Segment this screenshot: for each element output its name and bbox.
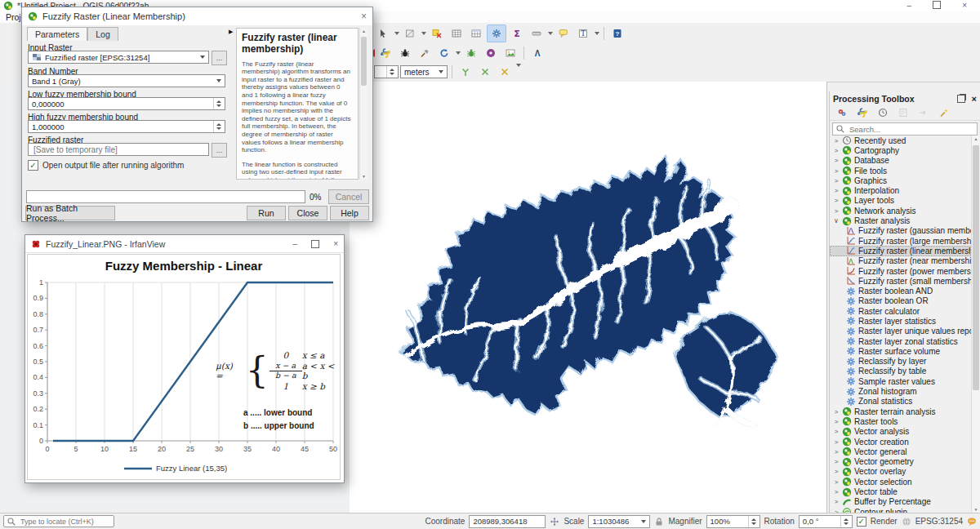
output-file-input[interactable] [32,144,205,155]
output-file-field[interactable] [28,143,209,156]
chevron-down-icon[interactable]: ∨ [833,217,840,224]
chevron-right-icon[interactable]: > [833,448,840,456]
toolbox-history-button[interactable] [874,104,892,121]
toolbox-scrollbar[interactable]: ▲ ▼ [971,136,980,513]
deselect-features-button[interactable] [428,25,446,42]
toolbox-item-reclassify-by-layer[interactable]: Reclassify by layer [830,357,971,367]
plugin-disc-button[interactable] [482,45,500,61]
toolbox-item-raster-boolean-or[interactable]: Raster boolean OR [830,296,971,306]
close-icon[interactable]: × [962,1,967,10]
toolbox-item-file-tools[interactable]: >File tools [830,166,971,176]
toolbox-item-cartography[interactable]: >Cartography [830,145,971,155]
chevron-right-icon[interactable]: > [833,207,840,215]
chevron-right-icon[interactable]: > [833,167,840,175]
toolbox-item-raster-calculator[interactable]: Raster calculator [830,306,971,316]
close-panel-icon[interactable]: × [972,94,977,104]
irfanview-titlebar[interactable]: Fuzzify_Linear.PNG - IrfanView – × [25,235,344,253]
toolbox-item-vector-creation[interactable]: >Vector creation [830,437,971,447]
measure-button[interactable] [528,25,546,42]
refresh-plugin-button-dropdown-icon[interactable] [456,51,461,55]
dialog-close-icon[interactable]: × [361,11,367,22]
toolbox-item-raster-layer-statistics[interactable]: Raster layer statistics [830,316,971,326]
magnifier-spinbox[interactable]: 100% [706,515,760,528]
toolbox-python-button[interactable] [853,104,871,121]
toolbox-item-reclassify-by-table[interactable]: Reclassify by table [830,367,971,376]
help-collapse-icon[interactable]: ▶ [229,29,233,35]
toolbox-item-raster-boolean-and[interactable]: Raster boolean AND [830,286,971,296]
iv-minimize-icon[interactable]: – [293,239,298,248]
chevron-right-icon[interactable]: > [833,488,840,496]
epsg-label[interactable]: EPSG:31254 [915,517,963,526]
toolbox-item-vector-geometry[interactable]: >Vector geometry [830,457,971,467]
chevron-right-icon[interactable]: > [833,418,840,425]
toolbox-item-interpolation[interactable]: >Interpolation [830,185,971,195]
chevron-right-icon[interactable]: > [833,197,840,204]
toolbox-item-vector-analysis[interactable]: >Vector analysis [830,427,971,437]
attribute-form-button[interactable] [467,25,485,42]
text-annotation-button-dropdown-icon[interactable] [595,32,599,35]
chevron-right-icon[interactable]: > [833,498,840,505]
vertex-tool-y-button[interactable] [457,64,474,80]
toolbox-item-raster-layer-zonal-statistics[interactable]: Raster layer zonal statistics [830,336,971,346]
plugin-bug-button[interactable] [396,45,414,61]
toolbox-edit-button[interactable] [935,104,953,121]
open-output-row[interactable]: ✓ Open output file after running algorit… [28,160,184,171]
toolbox-item-vector-selection[interactable]: >Vector selection [830,477,971,487]
rotation-spinbox[interactable]: 0,0 ° [799,515,853,528]
input-raster-browse-button[interactable]: ... [212,51,227,65]
help-button[interactable]: ? [608,25,626,42]
toolbox-item-fuzzify-raster-near-membership[interactable]: Fuzzify raster (near membership) [830,256,971,266]
tab-parameters[interactable]: Parameters [27,27,87,41]
map-canvas[interactable] [350,82,827,513]
units-select[interactable]: meters [400,65,448,78]
map-tips-button[interactable] [555,25,572,42]
locate-box[interactable] [3,515,114,527]
toolbox-item-fuzzify-raster-gaussian-membership[interactable]: Fuzzify raster (gaussian membership) [830,226,971,236]
toolbox-item-buffer-by-percentage[interactable]: >Buffer by Percentage [830,497,971,507]
toolbox-item-fuzzify-raster-linear-membership[interactable]: Fuzzify raster (linear membership) [830,246,971,256]
extent-icon[interactable] [550,517,559,527]
python-console-button[interactable] [376,45,394,61]
toolbox-item-raster-surface-volume[interactable]: Raster surface volume [830,346,971,356]
chevron-right-icon[interactable]: > [833,187,840,194]
tab-log[interactable]: Log [87,27,118,41]
iv-close-icon[interactable]: × [333,239,338,248]
style-blend-button-dropdown-icon[interactable] [421,32,426,35]
toolbox-item-fuzzify-raster-power-membership[interactable]: Fuzzify raster (power membership) [830,266,971,276]
scale-spinner[interactable] [374,65,399,78]
toolbox-results-button[interactable] [915,104,933,121]
toolbox-search-input[interactable] [848,124,974,135]
toolbox-item-raster-layer-unique-values-report[interactable]: Raster layer unique values report [830,327,971,336]
chevron-right-icon[interactable]: > [833,408,840,416]
toolbox-models-button[interactable] [833,104,851,121]
chevron-right-icon[interactable]: > [833,157,840,164]
toolbox-model-file-button[interactable] [894,104,912,121]
lambda-plugin-button[interactable]: Λ [528,45,546,61]
projection-globe-icon[interactable] [902,517,911,527]
plugin-tools-button[interactable] [416,45,434,61]
cancel-button[interactable]: Cancel [328,189,369,204]
lock-icon[interactable] [654,517,664,527]
toolbox-item-network-analysis[interactable]: >Network analysis [830,206,971,216]
processing-toolbox-button[interactable] [487,24,506,42]
toolbox-item-vector-table[interactable]: >Vector table [830,487,971,496]
chevron-right-icon[interactable]: > [833,478,840,486]
chevron-right-icon[interactable]: > [833,428,840,435]
chevron-right-icon[interactable]: > [833,137,840,144]
toolbox-item-fuzzify-raster-small-membership[interactable]: Fuzzify raster (small membership) [830,276,971,286]
band-select[interactable]: Band 1 (Gray) [28,74,225,87]
help-dialog-button[interactable]: Help [330,206,369,220]
toolbox-item-vector-general[interactable]: >Vector general [830,447,971,456]
toolbox-item-raster-tools[interactable]: >Raster tools [830,416,971,426]
statistics-summary-button[interactable]: Σ [508,25,526,42]
georeferencer-button[interactable] [501,45,519,61]
refresh-plugin-button[interactable] [435,45,453,61]
render-checkbox[interactable]: ✓ [857,517,866,527]
chevron-right-icon[interactable]: > [833,177,840,184]
toolbox-item-fuzzify-raster-large-membership[interactable]: Fuzzify raster (large membership) [830,236,971,246]
toolbox-item-sample-raster-values[interactable]: Sample raster values [830,376,971,386]
toolbox-item-raster-terrain-analysis[interactable]: >Raster terrain analysis [830,407,971,416]
dialog-titlebar[interactable]: Fuzzify Raster (Linear Membership) × [22,7,372,25]
chevron-right-icon[interactable]: > [833,438,840,446]
scale-combo[interactable]: 1:1030486 [588,515,650,528]
